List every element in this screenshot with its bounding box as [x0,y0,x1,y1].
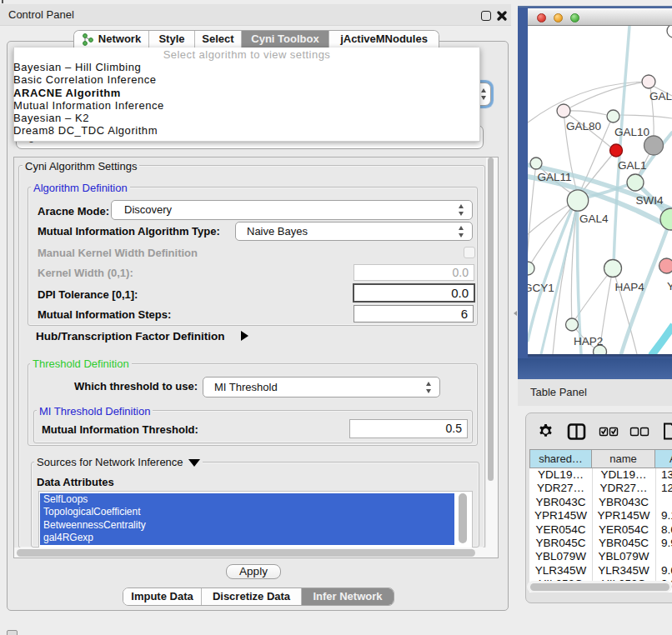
svg-text:GAL2: GAL2 [649,90,672,102]
svg-text:HAP4: HAP4 [615,281,645,293]
svg-text:HAP2: HAP2 [574,335,603,348]
svg-text:GAL4: GAL4 [579,212,609,225]
svg-text:GAL11: GAL11 [538,171,572,183]
svg-text:YJ: YJ [667,280,672,292]
svg-text:GAL80: GAL80 [566,120,601,132]
svg-text:GCY1: GCY1 [528,282,554,294]
svg-text:GAL10: GAL10 [614,126,649,138]
svg-text:SWI4: SWI4 [636,194,664,207]
svg-text:GAL1: GAL1 [618,159,647,172]
